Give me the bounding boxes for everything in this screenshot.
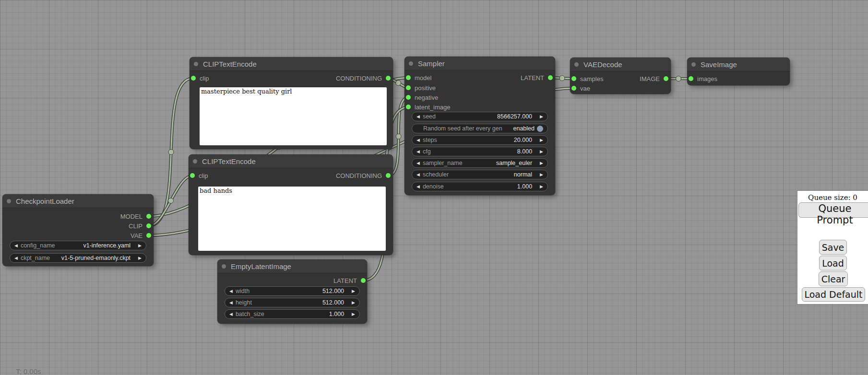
increment-arrow-icon[interactable]: ▶	[138, 244, 142, 248]
decrement-arrow-icon[interactable]: ◀	[416, 115, 420, 119]
widget-seed[interactable]: ◀ seed 8566257.000 ▶	[412, 112, 548, 121]
decrement-arrow-icon[interactable]: ◀	[416, 185, 420, 189]
input-slot-dot[interactable]	[406, 105, 411, 109]
increment-arrow-icon[interactable]: ▶	[540, 150, 543, 154]
decrement-arrow-icon[interactable]: ◀	[229, 301, 233, 305]
widget-cfg[interactable]: ◀ cfg 8.000 ▶	[412, 147, 548, 156]
increment-arrow-icon[interactable]: ▶	[540, 185, 543, 189]
input-slot-dot[interactable]	[689, 76, 693, 81]
save-button[interactable]: Save	[819, 240, 847, 255]
widget-random-seed-toggle[interactable]: Random seed after every gen enabled	[412, 124, 548, 133]
increment-arrow-icon[interactable]: ▶	[540, 161, 543, 165]
widget-label: height	[236, 299, 252, 306]
node-empty-latent-image[interactable]: EmptyLatentImage LATENT ◀ width 512.000 …	[217, 259, 367, 324]
collapse-dot-icon[interactable]	[222, 264, 226, 269]
link-midpoint-dot[interactable]	[396, 81, 401, 86]
node-title: CLIPTextEncode	[203, 60, 257, 68]
decrement-arrow-icon[interactable]: ◀	[416, 173, 420, 177]
increment-arrow-icon[interactable]: ▶	[540, 173, 543, 177]
collapse-dot-icon[interactable]	[7, 199, 11, 203]
input-slot-dot[interactable]	[190, 173, 195, 178]
node-title-bar[interactable]: VAEDecode	[570, 58, 671, 71]
decrement-arrow-icon[interactable]: ◀	[416, 161, 420, 165]
decrement-arrow-icon[interactable]: ◀	[229, 289, 233, 293]
collapse-dot-icon[interactable]	[409, 61, 413, 66]
widget-value: v1-5-pruned-emaonly.ckpt	[50, 255, 131, 261]
widget-scheduler[interactable]: ◀ scheduler normal ▶	[412, 170, 548, 179]
link-midpoint-dot[interactable]	[676, 76, 681, 82]
clear-button[interactable]: Clear	[819, 271, 848, 286]
widget-value: 1.000	[444, 183, 532, 190]
output-slot-dot[interactable]	[361, 278, 366, 283]
output-slot-dot[interactable]	[386, 173, 391, 178]
decrement-arrow-icon[interactable]: ◀	[14, 256, 18, 260]
widget-value: 1.000	[264, 311, 344, 317]
load-default-button[interactable]: Load Default	[802, 287, 865, 302]
prompt-textarea[interactable]: masterpiece best quality girl	[200, 87, 387, 145]
widget-denoise[interactable]: ◀ denoise 1.000 ▶	[412, 182, 548, 191]
input-label: clip	[200, 75, 209, 82]
output-slot-dot[interactable]	[664, 76, 668, 81]
increment-arrow-icon[interactable]: ▶	[138, 256, 142, 260]
increment-arrow-icon[interactable]: ▶	[352, 289, 355, 293]
link-midpoint-dot[interactable]	[559, 76, 565, 81]
node-title-bar[interactable]: SaveImage	[687, 58, 790, 71]
widget-steps[interactable]: ◀ steps 20.000 ▶	[412, 135, 548, 145]
output-slot-dot[interactable]	[146, 214, 151, 219]
node-save-image[interactable]: SaveImage images	[687, 58, 790, 85]
output-slot-dot[interactable]	[386, 76, 391, 81]
collapse-dot-icon[interactable]	[194, 62, 198, 66]
output-slot-dot[interactable]	[146, 233, 151, 238]
input-slot-dot[interactable]	[571, 76, 576, 81]
output-slot-conditioning: CONDITIONING	[336, 75, 391, 82]
input-label: latent_image	[415, 104, 450, 111]
increment-arrow-icon[interactable]: ▶	[540, 115, 543, 119]
input-slot-dot[interactable]	[571, 86, 576, 91]
node-title-bar[interactable]: Sampler	[404, 57, 555, 70]
node-checkpoint-loader[interactable]: CheckpointLoader MODEL CLIP VAE ◀ config…	[2, 194, 154, 266]
node-vae-decode[interactable]: VAEDecode samples IMAGE vae	[570, 58, 671, 94]
decrement-arrow-icon[interactable]: ◀	[14, 244, 18, 248]
load-button[interactable]: Load	[819, 256, 847, 270]
link-midpoint-dot[interactable]	[396, 134, 401, 139]
widget-height[interactable]: ◀ height 512.000 ▶	[225, 298, 360, 307]
increment-arrow-icon[interactable]: ▶	[352, 301, 355, 305]
link-midpoint-dot[interactable]	[168, 150, 174, 155]
node-clip-text-encode-negative[interactable]: CLIPTextEncode clip CONDITIONING bad han…	[189, 154, 393, 255]
widget-batch-size[interactable]: ◀ batch_size 1.000 ▶	[225, 309, 360, 319]
input-slot-dot[interactable]	[406, 85, 411, 90]
input-label: positive	[415, 84, 436, 92]
node-title-bar[interactable]: CheckpointLoader	[2, 194, 154, 208]
decrement-arrow-icon[interactable]: ◀	[416, 138, 420, 142]
node-title-bar[interactable]: EmptyLatentImage	[217, 259, 367, 273]
widget-sampler-name[interactable]: ◀ sampler_name sample_euler ▶	[412, 158, 548, 168]
input-slot-clip: clip	[191, 75, 209, 82]
collapse-dot-icon[interactable]	[193, 159, 197, 164]
node-clip-text-encode-positive[interactable]: CLIPTextEncode clip CONDITIONING masterp…	[190, 57, 393, 149]
input-slot-dot[interactable]	[406, 95, 411, 100]
toggle-dot-icon[interactable]	[537, 126, 543, 132]
output-slot-dot[interactable]	[146, 223, 151, 228]
input-slot-samples: samples	[571, 75, 603, 82]
increment-arrow-icon[interactable]: ▶	[540, 138, 543, 142]
widget-label: batch_size	[236, 311, 264, 317]
node-sampler[interactable]: Sampler model LATENT positive negative l…	[404, 57, 555, 195]
output-slot-dot[interactable]	[548, 75, 553, 80]
widget-ckpt-name[interactable]: ◀ ckpt_name v1-5-pruned-emaonly.ckpt ▶	[10, 253, 146, 263]
node-title-bar[interactable]: CLIPTextEncode	[189, 154, 393, 168]
input-label: vae	[580, 85, 590, 92]
widget-width[interactable]: ◀ width 512.000 ▶	[225, 286, 360, 296]
node-title-bar[interactable]: CLIPTextEncode	[190, 57, 393, 71]
input-slot-dot[interactable]	[191, 76, 196, 81]
decrement-arrow-icon[interactable]: ◀	[416, 150, 420, 154]
link-midpoint-dot[interactable]	[168, 198, 174, 203]
increment-arrow-icon[interactable]: ▶	[352, 312, 355, 316]
queue-prompt-button[interactable]: Queue Prompt	[798, 202, 868, 218]
collapse-dot-icon[interactable]	[574, 62, 579, 67]
collapse-dot-icon[interactable]	[691, 62, 696, 67]
input-slot-dot[interactable]	[406, 75, 411, 80]
widget-config-name[interactable]: ◀ config_name v1-inference.yaml ▶	[10, 241, 146, 250]
prompt-textarea[interactable]: bad hands	[198, 187, 386, 251]
widget-value: 20.000	[437, 137, 532, 143]
decrement-arrow-icon[interactable]: ◀	[229, 312, 233, 316]
